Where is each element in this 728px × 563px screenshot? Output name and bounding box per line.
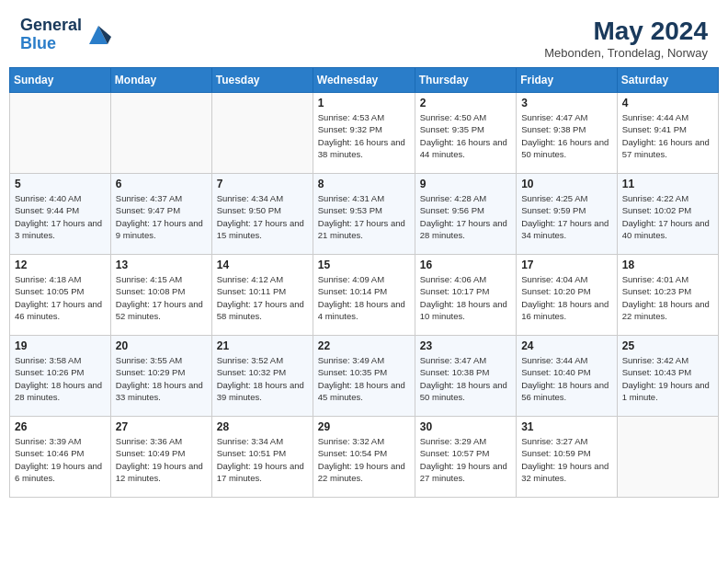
weekday-header-thursday: Thursday [415, 68, 516, 93]
day-info: Sunrise: 4:53 AM Sunset: 9:32 PM Dayligh… [318, 111, 410, 160]
calendar-cell: 30Sunrise: 3:29 AM Sunset: 10:57 PM Dayl… [415, 417, 516, 498]
page-header: General Blue May 2024 Mebonden, Trondela… [9, 9, 719, 63]
weekday-header-saturday: Saturday [617, 68, 718, 93]
weekday-header-monday: Monday [110, 68, 211, 93]
day-number: 22 [318, 339, 410, 352]
day-number: 29 [318, 420, 410, 433]
day-number: 12 [15, 259, 106, 271]
calendar-cell: 6Sunrise: 4:37 AM Sunset: 9:47 PM Daylig… [110, 174, 211, 255]
calendar-week-row: 12Sunrise: 4:18 AM Sunset: 10:05 PM Dayl… [10, 255, 719, 336]
weekday-header-row: SundayMondayTuesdayWednesdayThursdayFrid… [10, 68, 719, 93]
day-number: 3 [521, 97, 612, 109]
day-number: 6 [116, 178, 207, 190]
calendar-cell: 25Sunrise: 3:42 AM Sunset: 10:43 PM Dayl… [617, 336, 718, 417]
day-info: Sunrise: 3:39 AM Sunset: 10:46 PM Daylig… [15, 435, 106, 484]
day-info: Sunrise: 3:52 AM Sunset: 10:32 PM Daylig… [217, 354, 308, 403]
calendar-table: SundayMondayTuesdayWednesdayThursdayFrid… [9, 67, 719, 498]
calendar-cell: 12Sunrise: 4:18 AM Sunset: 10:05 PM Dayl… [10, 255, 111, 336]
calendar-cell: 9Sunrise: 4:28 AM Sunset: 9:56 PM Daylig… [415, 174, 516, 255]
day-number: 25 [622, 339, 713, 352]
calendar-cell: 2Sunrise: 4:50 AM Sunset: 9:35 PM Daylig… [415, 93, 516, 174]
day-number: 21 [217, 339, 308, 352]
calendar-cell: 15Sunrise: 4:09 AM Sunset: 10:14 PM Dayl… [313, 255, 415, 336]
day-info: Sunrise: 4:50 AM Sunset: 9:35 PM Dayligh… [420, 111, 511, 160]
calendar-week-row: 19Sunrise: 3:58 AM Sunset: 10:26 PM Dayl… [10, 336, 719, 417]
calendar-week-row: 1Sunrise: 4:53 AM Sunset: 9:32 PM Daylig… [10, 93, 719, 174]
day-info: Sunrise: 4:28 AM Sunset: 9:56 PM Dayligh… [420, 192, 511, 241]
day-number: 26 [15, 420, 106, 433]
calendar-cell: 19Sunrise: 3:58 AM Sunset: 10:26 PM Dayl… [10, 336, 111, 417]
day-info: Sunrise: 4:47 AM Sunset: 9:38 PM Dayligh… [521, 111, 612, 160]
calendar-cell: 8Sunrise: 4:31 AM Sunset: 9:53 PM Daylig… [313, 174, 415, 255]
day-number: 2 [420, 97, 511, 109]
calendar-cell: 28Sunrise: 3:34 AM Sunset: 10:51 PM Dayl… [211, 417, 313, 498]
day-info: Sunrise: 4:22 AM Sunset: 10:02 PM Daylig… [622, 192, 713, 241]
calendar-cell: 16Sunrise: 4:06 AM Sunset: 10:17 PM Dayl… [415, 255, 516, 336]
calendar-cell: 11Sunrise: 4:22 AM Sunset: 10:02 PM Dayl… [617, 174, 718, 255]
calendar-cell [10, 93, 111, 174]
calendar-cell: 21Sunrise: 3:52 AM Sunset: 10:32 PM Dayl… [211, 336, 313, 417]
calendar-cell: 24Sunrise: 3:44 AM Sunset: 10:40 PM Dayl… [517, 336, 618, 417]
calendar-cell [211, 93, 313, 174]
day-number: 5 [15, 178, 106, 190]
day-info: Sunrise: 3:58 AM Sunset: 10:26 PM Daylig… [15, 354, 106, 403]
calendar-cell: 5Sunrise: 4:40 AM Sunset: 9:44 PM Daylig… [10, 174, 111, 255]
day-info: Sunrise: 3:55 AM Sunset: 10:29 PM Daylig… [116, 354, 207, 403]
calendar-cell: 27Sunrise: 3:36 AM Sunset: 10:49 PM Dayl… [110, 417, 211, 498]
location-subtitle: Mebonden, Trondelag, Norway [544, 46, 708, 60]
day-info: Sunrise: 4:06 AM Sunset: 10:17 PM Daylig… [420, 273, 511, 322]
calendar-cell: 18Sunrise: 4:01 AM Sunset: 10:23 PM Dayl… [617, 255, 718, 336]
weekday-header-sunday: Sunday [10, 68, 111, 93]
day-info: Sunrise: 3:36 AM Sunset: 10:49 PM Daylig… [116, 435, 207, 484]
day-info: Sunrise: 3:47 AM Sunset: 10:38 PM Daylig… [420, 354, 511, 403]
calendar-cell: 13Sunrise: 4:15 AM Sunset: 10:08 PM Dayl… [110, 255, 211, 336]
day-number: 27 [116, 420, 207, 433]
day-number: 23 [420, 339, 511, 352]
day-info: Sunrise: 3:29 AM Sunset: 10:57 PM Daylig… [420, 435, 511, 484]
day-number: 10 [521, 178, 612, 190]
calendar-cell [110, 93, 211, 174]
calendar-cell: 31Sunrise: 3:27 AM Sunset: 10:59 PM Dayl… [517, 417, 618, 498]
calendar-cell: 29Sunrise: 3:32 AM Sunset: 10:54 PM Dayl… [313, 417, 415, 498]
day-number: 14 [217, 259, 308, 271]
day-info: Sunrise: 3:49 AM Sunset: 10:35 PM Daylig… [318, 354, 410, 403]
day-number: 19 [15, 339, 106, 352]
logo: General Blue [20, 17, 111, 53]
day-info: Sunrise: 3:42 AM Sunset: 10:43 PM Daylig… [622, 354, 713, 403]
calendar-cell: 10Sunrise: 4:25 AM Sunset: 9:59 PM Dayli… [517, 174, 618, 255]
weekday-header-tuesday: Tuesday [211, 68, 313, 93]
day-number: 20 [116, 339, 207, 352]
calendar-cell: 14Sunrise: 4:12 AM Sunset: 10:11 PM Dayl… [211, 255, 313, 336]
day-number: 31 [521, 420, 612, 433]
day-number: 1 [318, 97, 410, 109]
calendar-cell: 7Sunrise: 4:34 AM Sunset: 9:50 PM Daylig… [211, 174, 313, 255]
calendar-week-row: 5Sunrise: 4:40 AM Sunset: 9:44 PM Daylig… [10, 174, 719, 255]
day-info: Sunrise: 4:18 AM Sunset: 10:05 PM Daylig… [15, 273, 106, 322]
calendar-cell: 17Sunrise: 4:04 AM Sunset: 10:20 PM Dayl… [517, 255, 618, 336]
calendar-week-row: 26Sunrise: 3:39 AM Sunset: 10:46 PM Dayl… [10, 417, 719, 498]
day-number: 9 [420, 178, 511, 190]
logo-icon [85, 22, 111, 48]
title-block: May 2024 Mebonden, Trondelag, Norway [544, 17, 708, 60]
day-info: Sunrise: 4:25 AM Sunset: 9:59 PM Dayligh… [521, 192, 612, 241]
calendar-cell: 22Sunrise: 3:49 AM Sunset: 10:35 PM Dayl… [313, 336, 415, 417]
calendar-cell [617, 417, 718, 498]
day-number: 18 [622, 259, 713, 271]
day-info: Sunrise: 4:04 AM Sunset: 10:20 PM Daylig… [521, 273, 612, 322]
day-info: Sunrise: 4:34 AM Sunset: 9:50 PM Dayligh… [217, 192, 308, 241]
day-number: 16 [420, 259, 511, 271]
calendar-cell: 23Sunrise: 3:47 AM Sunset: 10:38 PM Dayl… [415, 336, 516, 417]
calendar-cell: 26Sunrise: 3:39 AM Sunset: 10:46 PM Dayl… [10, 417, 111, 498]
day-number: 4 [622, 97, 713, 109]
day-info: Sunrise: 3:34 AM Sunset: 10:51 PM Daylig… [217, 435, 308, 484]
day-info: Sunrise: 4:44 AM Sunset: 9:41 PM Dayligh… [622, 111, 713, 160]
day-info: Sunrise: 4:37 AM Sunset: 9:47 PM Dayligh… [116, 192, 207, 241]
month-year-title: May 2024 [544, 17, 708, 46]
day-info: Sunrise: 4:12 AM Sunset: 10:11 PM Daylig… [217, 273, 308, 322]
day-number: 7 [217, 178, 308, 190]
day-number: 30 [420, 420, 511, 433]
day-info: Sunrise: 4:15 AM Sunset: 10:08 PM Daylig… [116, 273, 207, 322]
day-info: Sunrise: 4:31 AM Sunset: 9:53 PM Dayligh… [318, 192, 410, 241]
logo-blue-text: Blue [20, 35, 82, 53]
logo-general-text: General [20, 17, 82, 35]
